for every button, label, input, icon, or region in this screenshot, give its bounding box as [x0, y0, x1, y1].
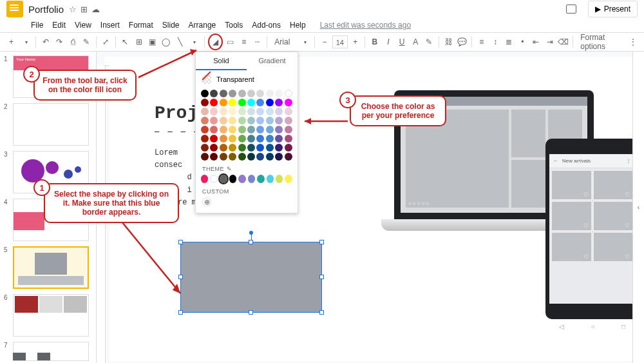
slides-logo-icon[interactable]	[6, 1, 23, 17]
color-swatch[interactable]	[256, 99, 264, 106]
font-dropdown[interactable]: ▾	[299, 35, 311, 49]
fill-color-button[interactable]: ◢	[208, 34, 223, 50]
color-swatch[interactable]	[220, 90, 227, 97]
color-swatch[interactable]	[201, 117, 209, 124]
color-swatch[interactable]	[229, 135, 236, 142]
color-swatch[interactable]	[238, 99, 246, 106]
color-swatch[interactable]	[220, 153, 227, 161]
color-swatch[interactable]	[238, 117, 246, 124]
resize-handle-sw[interactable]	[178, 310, 183, 315]
bulleted-list-button[interactable]: •	[516, 35, 529, 49]
pencil-icon[interactable]: ✎	[227, 166, 232, 172]
color-swatch[interactable]	[285, 126, 292, 133]
color-swatch[interactable]	[238, 90, 246, 97]
font-size-plus[interactable]: +	[349, 35, 361, 49]
numbered-list-button[interactable]: ≣	[503, 35, 515, 49]
color-swatch[interactable]	[210, 153, 218, 161]
selected-rectangle-shape[interactable]	[180, 242, 322, 313]
resize-handle-se[interactable]	[319, 310, 324, 315]
grid-view-icon[interactable]	[37, 353, 50, 360]
menu-slide[interactable]: Slide	[162, 21, 180, 30]
new-slide-dropdown[interactable]: ▾	[20, 35, 32, 49]
color-swatch[interactable]	[201, 108, 209, 115]
color-swatch[interactable]	[285, 99, 292, 106]
theme-swatch[interactable]	[201, 175, 208, 183]
resize-handle-n[interactable]	[249, 240, 253, 244]
resize-handle-s[interactable]	[249, 310, 253, 315]
color-swatch[interactable]	[238, 108, 246, 115]
tab-gradient[interactable]: Gradient	[247, 52, 298, 70]
theme-swatch[interactable]	[257, 175, 264, 183]
thumbnail-5[interactable]	[13, 246, 89, 289]
color-swatch[interactable]	[247, 153, 255, 161]
color-swatch[interactable]	[247, 135, 255, 142]
menu-help[interactable]: Help	[290, 21, 306, 30]
color-swatch[interactable]	[256, 135, 264, 142]
color-swatch[interactable]	[275, 90, 283, 97]
color-swatch[interactable]	[275, 108, 283, 115]
print-button[interactable]: ⎙	[67, 35, 79, 49]
cloud-status-icon[interactable]: ☁	[91, 5, 100, 14]
format-options-button[interactable]: Format options	[580, 33, 625, 51]
color-swatch[interactable]	[256, 153, 264, 161]
color-swatch[interactable]	[238, 126, 246, 133]
color-swatch[interactable]	[275, 144, 283, 152]
present-button[interactable]: ▶ Present	[588, 1, 638, 17]
color-swatch[interactable]	[256, 108, 264, 115]
color-swatch[interactable]	[247, 126, 255, 133]
theme-swatch[interactable]	[229, 175, 236, 183]
color-swatch[interactable]	[210, 108, 218, 115]
menu-edit[interactable]: Edit	[52, 21, 66, 30]
thumbnail-6[interactable]	[13, 294, 89, 337]
color-swatch[interactable]	[229, 99, 236, 106]
theme-swatch[interactable]	[248, 175, 255, 183]
menu-format[interactable]: Format	[129, 21, 153, 30]
star-icon[interactable]: ☆	[69, 5, 77, 14]
color-swatch[interactable]	[275, 135, 283, 142]
color-swatch[interactable]	[220, 144, 227, 152]
color-swatch[interactable]	[275, 153, 283, 161]
color-swatch[interactable]	[275, 126, 283, 133]
color-swatch[interactable]	[229, 90, 236, 97]
color-swatch[interactable]	[210, 135, 218, 142]
color-swatch[interactable]	[256, 117, 264, 124]
color-swatch[interactable]	[210, 90, 218, 97]
color-swatch[interactable]	[285, 117, 292, 124]
color-swatch[interactable]	[220, 99, 227, 106]
theme-swatch[interactable]	[267, 175, 274, 183]
border-dash-button[interactable]: ┄	[251, 35, 263, 49]
redo-button[interactable]: ↷	[53, 35, 65, 49]
color-swatch[interactable]	[266, 153, 274, 161]
color-swatch[interactable]	[238, 153, 246, 161]
color-swatch[interactable]	[285, 153, 292, 161]
theme-swatch[interactable]	[220, 175, 227, 183]
bold-button[interactable]: B	[368, 35, 381, 49]
text-color-button[interactable]: A	[410, 35, 422, 49]
color-swatch[interactable]	[247, 117, 255, 124]
color-swatch[interactable]	[266, 144, 274, 152]
color-swatch[interactable]	[266, 108, 274, 115]
color-swatch[interactable]	[201, 99, 209, 106]
paint-format-button[interactable]: ✎	[80, 35, 93, 49]
color-swatch[interactable]	[266, 99, 274, 106]
comment-button[interactable]: 💬	[456, 35, 468, 49]
color-swatch[interactable]	[275, 117, 283, 124]
transparent-option[interactable]: Transparent	[196, 70, 298, 88]
color-swatch[interactable]	[220, 126, 227, 133]
indent-decrease-button[interactable]: ⇤	[530, 35, 542, 49]
color-swatch[interactable]	[210, 126, 218, 133]
menu-tools[interactable]: Tools	[225, 21, 243, 30]
highlight-button[interactable]: ✎	[423, 35, 435, 49]
font-size-minus[interactable]: −	[318, 35, 330, 49]
resize-handle-e[interactable]	[319, 275, 324, 279]
color-swatch[interactable]	[201, 153, 209, 161]
select-tool[interactable]: ↖	[119, 35, 131, 49]
clear-formatting-button[interactable]: ⌫	[557, 35, 569, 49]
color-swatch[interactable]	[210, 144, 218, 152]
color-swatch[interactable]	[229, 126, 236, 133]
menu-file[interactable]: File	[31, 21, 43, 30]
theme-swatch[interactable]	[210, 175, 218, 183]
color-swatch[interactable]	[256, 126, 264, 133]
last-edit-link[interactable]: Last edit was seconds ago	[320, 21, 411, 30]
color-swatch[interactable]	[210, 99, 218, 106]
